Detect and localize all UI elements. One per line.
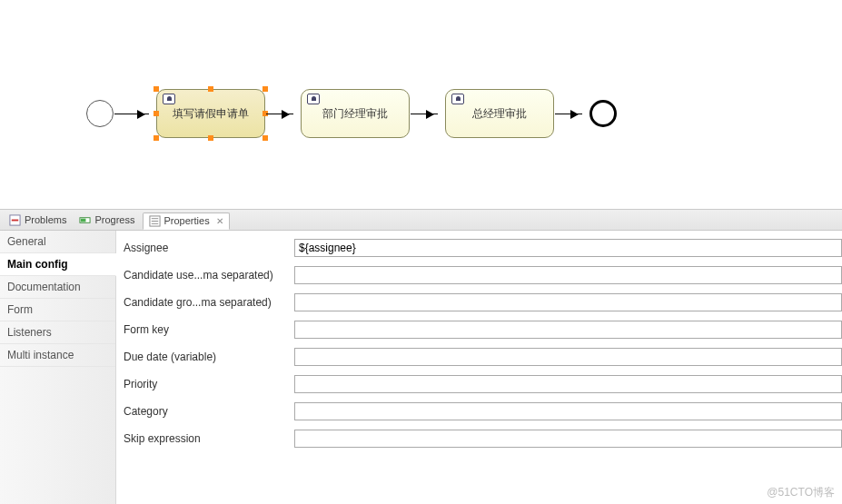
resize-handle[interactable]: [154, 111, 159, 116]
properties-icon: [149, 215, 161, 227]
task-label: 填写请假申请单: [157, 106, 264, 122]
form-key-input[interactable]: [294, 321, 842, 339]
resize-handle[interactable]: [263, 86, 268, 92]
resize-handle[interactable]: [208, 86, 213, 92]
skip-expression-label: Skip expression: [124, 432, 294, 445]
user-task-icon: [451, 94, 464, 104]
tab-label: Progress: [94, 214, 134, 225]
side-tab-multi-instance[interactable]: Multi instance: [0, 344, 115, 367]
side-tab-documentation[interactable]: Documentation: [0, 276, 115, 299]
user-task-dept-manager[interactable]: 部门经理审批: [301, 89, 410, 138]
priority-input[interactable]: [294, 375, 842, 393]
tab-label: Problems: [25, 214, 66, 225]
tab-problems[interactable]: Problems: [4, 212, 72, 228]
side-tab-listeners[interactable]: Listeners: [0, 321, 115, 344]
candidate-groups-input[interactable]: [294, 293, 842, 311]
close-icon[interactable]: ✕: [216, 216, 223, 226]
resize-handle[interactable]: [263, 135, 268, 141]
progress-icon: [79, 214, 91, 226]
candidate-users-label: Candidate use...ma separated): [124, 269, 294, 282]
tab-properties[interactable]: Properties ✕: [143, 212, 230, 230]
category-label: Category: [124, 405, 294, 418]
assignee-label: Assignee: [124, 242, 294, 254]
properties-panel: General Main config Documentation Form L…: [0, 231, 842, 504]
skip-expression-input[interactable]: [294, 430, 842, 448]
candidate-users-input[interactable]: [294, 266, 842, 284]
resize-handle[interactable]: [154, 135, 159, 141]
user-task-icon: [307, 94, 320, 104]
due-date-input[interactable]: [294, 348, 842, 366]
end-event[interactable]: [589, 100, 617, 127]
tab-label: Properties: [164, 215, 210, 226]
watermark: @51CTO博客: [767, 485, 835, 500]
tab-progress[interactable]: Progress: [74, 212, 140, 228]
svg-rect-1: [12, 219, 18, 221]
side-tab-main-config[interactable]: Main config: [0, 253, 116, 276]
task-label: 总经理审批: [446, 106, 553, 122]
start-event[interactable]: [86, 100, 114, 127]
flow-arrow[interactable]: [114, 114, 149, 114]
resize-handle[interactable]: [208, 135, 213, 141]
assignee-input[interactable]: [294, 239, 842, 257]
form-key-label: Form key: [124, 323, 294, 336]
problems-icon: [9, 214, 21, 226]
resize-handle[interactable]: [154, 86, 159, 92]
view-tab-bar: Problems Progress Properties ✕: [0, 209, 842, 231]
flow-arrow[interactable]: [411, 114, 438, 114]
side-tab-form[interactable]: Form: [0, 299, 115, 321]
property-category-tabs: General Main config Documentation Form L…: [0, 231, 116, 504]
user-task-general-manager[interactable]: 总经理审批: [445, 89, 554, 138]
flow-arrow[interactable]: [266, 114, 293, 114]
user-task-fill-request[interactable]: 填写请假申请单: [156, 89, 265, 138]
flow-arrow[interactable]: [555, 114, 582, 114]
svg-rect-3: [81, 218, 86, 222]
due-date-label: Due date (variable): [124, 351, 294, 363]
candidate-groups-label: Candidate gro...ma separated): [124, 296, 294, 309]
user-task-icon: [163, 94, 175, 104]
bpmn-canvas[interactable]: 填写请假申请单 部门经理审批 总经理审批: [0, 0, 842, 209]
property-form: Assignee Candidate use...ma separated) C…: [116, 231, 842, 504]
task-label: 部门经理审批: [302, 106, 409, 122]
category-input[interactable]: [294, 402, 842, 420]
priority-label: Priority: [124, 378, 294, 390]
side-tab-general[interactable]: General: [0, 231, 115, 253]
